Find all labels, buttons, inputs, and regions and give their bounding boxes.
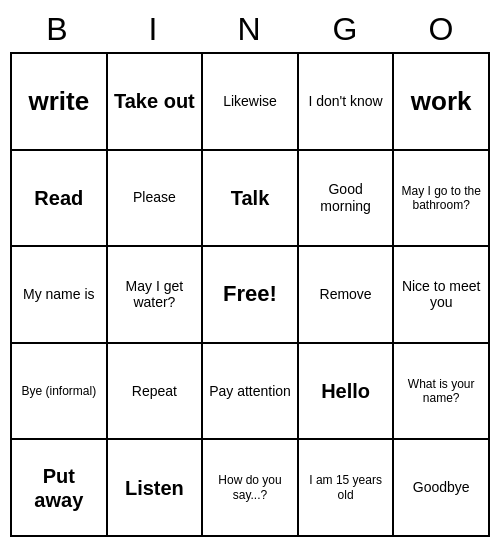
cell-r1-c3: Good morning: [299, 151, 395, 248]
cell-text: I am 15 years old: [303, 473, 389, 502]
cell-r4-c3: I am 15 years old: [299, 440, 395, 537]
bingo-header: BINGO: [10, 7, 490, 52]
cell-r3-c2: Pay attention: [203, 344, 299, 441]
cell-r3-c3: Hello: [299, 344, 395, 441]
cell-text: work: [411, 86, 472, 117]
cell-text: Good morning: [303, 181, 389, 215]
cell-r0-c1: Take out: [108, 54, 204, 151]
cell-text: Free!: [223, 281, 277, 307]
cell-text: Put away: [16, 464, 102, 512]
cell-text: How do you say...?: [207, 473, 293, 502]
header-letter: G: [298, 7, 394, 52]
cell-text: write: [28, 86, 89, 117]
cell-r0-c3: I don't know: [299, 54, 395, 151]
cell-r3-c1: Repeat: [108, 344, 204, 441]
cell-r4-c1: Listen: [108, 440, 204, 537]
header-letter: B: [10, 7, 106, 52]
cell-r1-c4: May I go to the bathroom?: [394, 151, 490, 248]
cell-r2-c4: Nice to meet you: [394, 247, 490, 344]
cell-text: Read: [34, 186, 83, 210]
header-letter: I: [106, 7, 202, 52]
cell-text: My name is: [23, 286, 95, 303]
cell-r0-c2: Likewise: [203, 54, 299, 151]
cell-text: May I go to the bathroom?: [398, 184, 484, 213]
cell-text: Nice to meet you: [398, 278, 484, 312]
cell-r4-c4: Goodbye: [394, 440, 490, 537]
cell-text: May I get water?: [112, 278, 198, 312]
cell-text: Please: [133, 189, 176, 206]
cell-text: Bye (informal): [21, 384, 96, 398]
cell-r4-c2: How do you say...?: [203, 440, 299, 537]
cell-r2-c0: My name is: [12, 247, 108, 344]
cell-text: Talk: [231, 186, 270, 210]
cell-text: Hello: [321, 379, 370, 403]
cell-text: Pay attention: [209, 383, 291, 400]
cell-r1-c0: Read: [12, 151, 108, 248]
cell-r2-c2: Free!: [203, 247, 299, 344]
cell-text: Take out: [114, 89, 195, 113]
cell-r1-c1: Please: [108, 151, 204, 248]
cell-r3-c0: Bye (informal): [12, 344, 108, 441]
header-letter: N: [202, 7, 298, 52]
cell-r0-c0: write: [12, 54, 108, 151]
cell-text: I don't know: [308, 93, 382, 110]
header-letter: O: [394, 7, 490, 52]
cell-text: Remove: [320, 286, 372, 303]
cell-text: Listen: [125, 476, 184, 500]
cell-r0-c4: work: [394, 54, 490, 151]
cell-r2-c1: May I get water?: [108, 247, 204, 344]
cell-text: What is your name?: [398, 377, 484, 406]
cell-text: Likewise: [223, 93, 277, 110]
cell-text: Repeat: [132, 383, 177, 400]
cell-text: Goodbye: [413, 479, 470, 496]
bingo-card: BINGO writeTake outLikewiseI don't knoww…: [10, 7, 490, 537]
bingo-grid: writeTake outLikewiseI don't knowworkRea…: [10, 52, 490, 537]
cell-r1-c2: Talk: [203, 151, 299, 248]
cell-r4-c0: Put away: [12, 440, 108, 537]
cell-r2-c3: Remove: [299, 247, 395, 344]
cell-r3-c4: What is your name?: [394, 344, 490, 441]
